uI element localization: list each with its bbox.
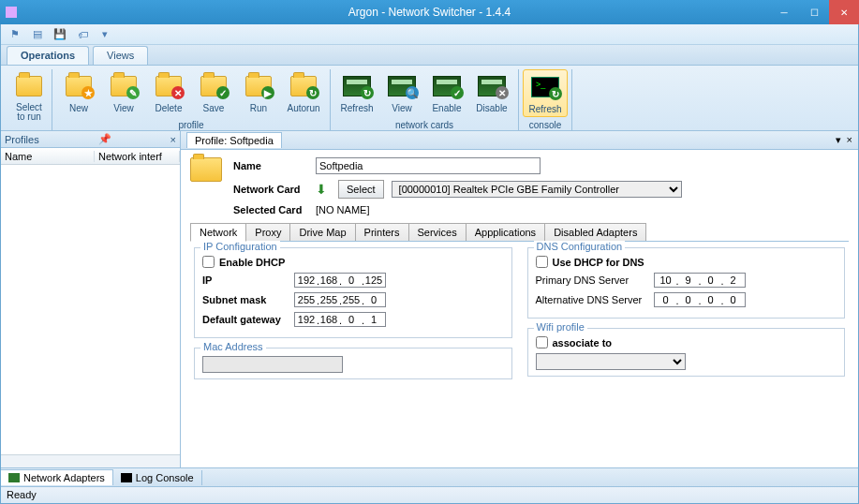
tab-printers[interactable]: Printers bbox=[355, 223, 409, 241]
view-button[interactable]: ✎View bbox=[101, 69, 146, 117]
disable-button[interactable]: ✕Disable bbox=[469, 69, 514, 117]
dns-configuration-group: DNS Configuration Use DHCP for DNS Prima… bbox=[527, 247, 846, 319]
arrow-down-icon: ⬇ bbox=[316, 182, 327, 197]
profile-folder-icon bbox=[190, 157, 224, 185]
wifi-profile-group: Wifi profile associate to bbox=[527, 328, 846, 377]
network-card-label: Network Card bbox=[233, 184, 308, 195]
alternative-dns-input[interactable]: 0000 bbox=[654, 292, 746, 307]
primary-dns-input[interactable]: 10902 bbox=[654, 273, 746, 288]
tab-operations[interactable]: Operations bbox=[7, 46, 89, 65]
quick-flag-icon[interactable]: ⚑ bbox=[8, 28, 22, 41]
select-to-run-button[interactable]: Select to run bbox=[10, 69, 48, 128]
profile-header: Profile: Softpedia ▾ × bbox=[181, 131, 858, 150]
dropdown-icon[interactable]: ▾ bbox=[836, 134, 841, 146]
console-icon bbox=[121, 473, 132, 482]
quick-dropdown-icon[interactable]: ▾ bbox=[98, 28, 111, 41]
network-card-icon bbox=[8, 473, 20, 482]
subnet-mask-input[interactable]: 2552552550 bbox=[294, 292, 386, 307]
name-label: Name bbox=[233, 160, 308, 171]
save-button[interactable]: ✓Save bbox=[191, 69, 236, 117]
default-gateway-input[interactable]: 19216801 bbox=[294, 312, 386, 327]
close-profile-icon[interactable]: × bbox=[847, 134, 852, 146]
quick-access-toolbar: ⚑ ▤ 💾 🏷 ▾ bbox=[1, 24, 858, 45]
tab-disabled-adapters[interactable]: Disabled Adapters bbox=[544, 223, 646, 241]
network-adapters-tab[interactable]: Network Adapters bbox=[1, 469, 113, 485]
col-name[interactable]: Name bbox=[1, 151, 95, 162]
refresh-net-button[interactable]: ↻Refresh bbox=[334, 69, 379, 117]
use-dhcp-dns-checkbox[interactable] bbox=[536, 256, 548, 268]
network-card-select[interactable]: [00000010] Realtek PCIe GBE Family Contr… bbox=[392, 181, 682, 198]
maximize-button[interactable]: ☐ bbox=[799, 0, 829, 24]
enable-dhcp-checkbox[interactable] bbox=[202, 256, 215, 268]
run-button[interactable]: ▶Run bbox=[236, 69, 281, 117]
quick-tag-icon[interactable]: 🏷 bbox=[76, 28, 89, 41]
profiles-list[interactable] bbox=[1, 165, 180, 454]
status-bar: Ready bbox=[1, 486, 858, 503]
select-label: Select to run bbox=[16, 103, 42, 122]
name-input[interactable] bbox=[316, 157, 541, 174]
horizontal-scrollbar[interactable] bbox=[1, 454, 180, 467]
ribbon: Select to run ★New ✎View ✕Delete ✓Save ▶… bbox=[1, 66, 858, 131]
titlebar: Argon - Network Switcher - 1.4.4 ─ ☐ ✕ bbox=[0, 0, 859, 24]
network-cards-group-label: network cards bbox=[331, 120, 518, 130]
profiles-header: Profiles 📌 × bbox=[1, 131, 180, 148]
tab-proxy[interactable]: Proxy bbox=[245, 223, 290, 241]
delete-button[interactable]: ✕Delete bbox=[146, 69, 191, 117]
close-button[interactable]: ✕ bbox=[829, 0, 859, 24]
profile-tab[interactable]: Profile: Softpedia bbox=[186, 132, 282, 148]
view-net-button[interactable]: 🔍View bbox=[379, 69, 424, 117]
quick-open-icon[interactable]: ▤ bbox=[31, 28, 44, 41]
selected-card-value: [NO NAME] bbox=[316, 204, 369, 215]
tab-drive-map[interactable]: Drive Map bbox=[289, 223, 355, 241]
ip-input[interactable]: 1921680125 bbox=[294, 273, 386, 288]
tab-network[interactable]: Network bbox=[190, 223, 246, 242]
minimize-button[interactable]: ─ bbox=[769, 0, 799, 24]
pin-icon[interactable]: 📌 bbox=[98, 133, 111, 145]
mac-address-input[interactable] bbox=[202, 356, 343, 373]
col-interface[interactable]: Network interf bbox=[95, 151, 180, 162]
refresh-console-button[interactable]: ↻Refresh bbox=[523, 69, 568, 117]
console-group-label: console bbox=[519, 120, 571, 130]
config-tabs: Network Proxy Drive Map Printers Service… bbox=[190, 223, 849, 242]
autorun-button[interactable]: ↻Autorun bbox=[281, 69, 326, 117]
profiles-columns: Name Network interf bbox=[1, 148, 180, 165]
new-button[interactable]: ★New bbox=[56, 69, 101, 117]
profile-group-label: profile bbox=[52, 120, 330, 130]
ip-configuration-group: IP Configuration Enable DHCP IP 19216801… bbox=[194, 247, 512, 338]
bottom-tabs: Network Adapters Log Console bbox=[1, 467, 858, 486]
tab-views[interactable]: Views bbox=[93, 46, 148, 65]
tab-applications[interactable]: Appplications bbox=[466, 223, 545, 241]
quick-save-icon[interactable]: 💾 bbox=[53, 28, 67, 41]
app-icon bbox=[6, 7, 17, 18]
profiles-pane: Profiles 📌 × Name Network interf bbox=[1, 131, 181, 467]
enable-button[interactable]: ✓Enable bbox=[424, 69, 469, 117]
log-console-tab[interactable]: Log Console bbox=[113, 470, 202, 485]
select-card-button[interactable]: Select bbox=[338, 180, 384, 199]
mac-address-group: Mac Address bbox=[194, 348, 512, 379]
wifi-profile-select[interactable] bbox=[536, 353, 686, 370]
window-title: Argon - Network Switcher - 1.4.4 bbox=[348, 6, 511, 19]
tab-services[interactable]: Services bbox=[408, 223, 467, 241]
selected-card-label: Selected Card bbox=[233, 204, 308, 215]
ribbon-tabbar: Operations Views bbox=[1, 45, 858, 66]
close-pane-icon[interactable]: × bbox=[170, 134, 176, 145]
associate-to-checkbox[interactable] bbox=[536, 336, 548, 348]
